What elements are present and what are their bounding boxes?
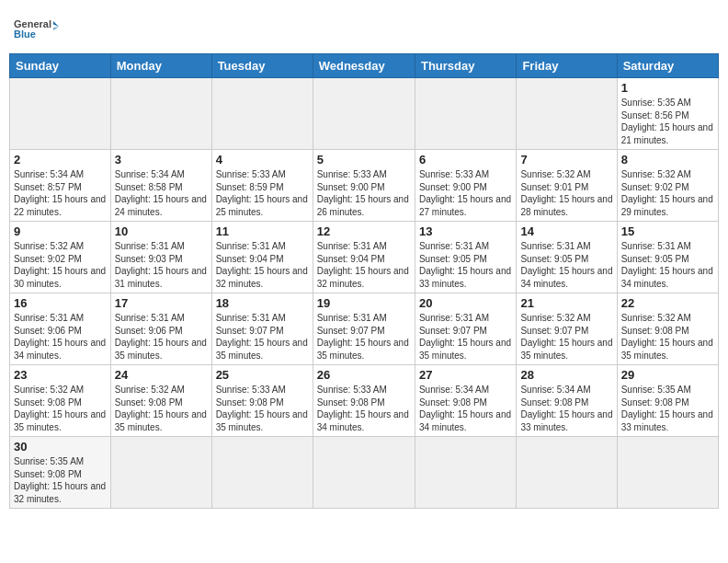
weekday-header: Monday <box>110 54 211 78</box>
day-number: 7 <box>520 153 612 167</box>
calendar-cell: 13Sunrise: 5:31 AM Sunset: 9:05 PM Dayli… <box>415 222 516 293</box>
day-number: 23 <box>14 368 107 382</box>
calendar-cell <box>110 437 211 509</box>
calendar-cell: 28Sunrise: 5:34 AM Sunset: 9:08 PM Dayli… <box>517 365 617 437</box>
calendar-cell: 6Sunrise: 5:33 AM Sunset: 9:00 PM Daylig… <box>415 150 516 222</box>
day-info: Sunrise: 5:35 AM Sunset: 8:56 PM Dayligh… <box>621 97 714 146</box>
day-info: Sunrise: 5:32 AM Sunset: 9:02 PM Dayligh… <box>621 168 714 218</box>
calendar-cell: 29Sunrise: 5:35 AM Sunset: 9:08 PM Dayli… <box>617 365 718 437</box>
calendar-cell <box>517 78 617 150</box>
svg-marker-2 <box>53 21 59 27</box>
day-number: 6 <box>419 153 512 167</box>
day-number: 1 <box>621 81 714 95</box>
day-info: Sunrise: 5:31 AM Sunset: 9:05 PM Dayligh… <box>419 240 512 290</box>
calendar-cell: 18Sunrise: 5:31 AM Sunset: 9:07 PM Dayli… <box>211 293 313 365</box>
calendar-week-row: 30Sunrise: 5:35 AM Sunset: 9:08 PM Dayli… <box>10 437 719 509</box>
day-info: Sunrise: 5:31 AM Sunset: 9:06 PM Dayligh… <box>115 312 208 362</box>
day-number: 17 <box>115 296 208 310</box>
day-number: 21 <box>520 296 612 310</box>
calendar-cell: 10Sunrise: 5:31 AM Sunset: 9:03 PM Dayli… <box>110 222 211 293</box>
day-number: 29 <box>621 368 714 382</box>
logo: General Blue <box>13 13 59 48</box>
day-number: 12 <box>317 224 411 238</box>
day-number: 9 <box>14 224 107 238</box>
day-number: 15 <box>621 224 714 238</box>
day-info: Sunrise: 5:32 AM Sunset: 9:08 PM Dayligh… <box>115 384 208 433</box>
day-info: Sunrise: 5:31 AM Sunset: 9:07 PM Dayligh… <box>419 312 512 362</box>
calendar-cell: 15Sunrise: 5:31 AM Sunset: 9:05 PM Dayli… <box>617 222 718 293</box>
calendar-cell: 25Sunrise: 5:33 AM Sunset: 9:08 PM Dayli… <box>211 365 313 437</box>
day-info: Sunrise: 5:32 AM Sunset: 9:08 PM Dayligh… <box>621 312 714 362</box>
calendar-cell: 1Sunrise: 5:35 AM Sunset: 8:56 PM Daylig… <box>617 78 718 150</box>
calendar-cell <box>415 78 516 150</box>
weekday-header-row: SundayMondayTuesdayWednesdayThursdayFrid… <box>10 54 719 78</box>
day-number: 10 <box>115 224 208 238</box>
calendar-cell: 24Sunrise: 5:32 AM Sunset: 9:08 PM Dayli… <box>110 365 211 437</box>
day-number: 25 <box>216 368 309 382</box>
calendar-cell: 9Sunrise: 5:32 AM Sunset: 9:02 PM Daylig… <box>10 222 111 293</box>
day-info: Sunrise: 5:34 AM Sunset: 9:08 PM Dayligh… <box>419 384 512 433</box>
day-number: 24 <box>115 368 208 382</box>
day-info: Sunrise: 5:32 AM Sunset: 9:07 PM Dayligh… <box>520 312 612 362</box>
day-number: 16 <box>14 296 107 310</box>
calendar-cell: 27Sunrise: 5:34 AM Sunset: 9:08 PM Dayli… <box>415 365 516 437</box>
day-number: 14 <box>520 224 612 238</box>
calendar-cell: 14Sunrise: 5:31 AM Sunset: 9:05 PM Dayli… <box>517 222 617 293</box>
calendar-week-row: 23Sunrise: 5:32 AM Sunset: 9:08 PM Dayli… <box>10 365 719 437</box>
weekday-header: Sunday <box>10 54 111 78</box>
weekday-header: Wednesday <box>313 54 415 78</box>
weekday-header: Friday <box>517 54 617 78</box>
calendar-cell <box>313 78 415 150</box>
weekday-header: Thursday <box>415 54 516 78</box>
calendar-cell: 20Sunrise: 5:31 AM Sunset: 9:07 PM Dayli… <box>415 293 516 365</box>
calendar-cell: 26Sunrise: 5:33 AM Sunset: 9:08 PM Dayli… <box>313 365 415 437</box>
day-info: Sunrise: 5:33 AM Sunset: 9:08 PM Dayligh… <box>317 384 411 433</box>
day-info: Sunrise: 5:33 AM Sunset: 9:00 PM Dayligh… <box>419 168 512 218</box>
day-info: Sunrise: 5:32 AM Sunset: 9:08 PM Dayligh… <box>14 384 107 433</box>
day-number: 20 <box>419 296 512 310</box>
day-number: 4 <box>216 153 309 167</box>
calendar-cell <box>517 437 617 509</box>
calendar-week-row: 9Sunrise: 5:32 AM Sunset: 9:02 PM Daylig… <box>10 222 719 293</box>
day-info: Sunrise: 5:33 AM Sunset: 8:59 PM Dayligh… <box>216 168 309 218</box>
day-number: 26 <box>317 368 411 382</box>
day-number: 3 <box>115 153 208 167</box>
day-info: Sunrise: 5:31 AM Sunset: 9:07 PM Dayligh… <box>317 312 411 362</box>
calendar-cell <box>617 437 718 509</box>
day-info: Sunrise: 5:34 AM Sunset: 8:57 PM Dayligh… <box>14 168 107 218</box>
svg-marker-3 <box>53 27 59 30</box>
calendar-cell: 3Sunrise: 5:34 AM Sunset: 8:58 PM Daylig… <box>110 150 211 222</box>
calendar-cell: 4Sunrise: 5:33 AM Sunset: 8:59 PM Daylig… <box>211 150 313 222</box>
day-number: 28 <box>520 368 612 382</box>
day-info: Sunrise: 5:33 AM Sunset: 9:00 PM Dayligh… <box>317 168 411 218</box>
day-info: Sunrise: 5:34 AM Sunset: 9:08 PM Dayligh… <box>520 384 612 433</box>
day-info: Sunrise: 5:31 AM Sunset: 9:04 PM Dayligh… <box>317 240 411 290</box>
calendar-week-row: 1Sunrise: 5:35 AM Sunset: 8:56 PM Daylig… <box>10 78 719 150</box>
day-info: Sunrise: 5:34 AM Sunset: 8:58 PM Dayligh… <box>115 168 208 218</box>
day-number: 13 <box>419 224 512 238</box>
day-number: 5 <box>317 153 411 167</box>
calendar-cell: 17Sunrise: 5:31 AM Sunset: 9:06 PM Dayli… <box>110 293 211 365</box>
calendar-cell <box>110 78 211 150</box>
day-info: Sunrise: 5:31 AM Sunset: 9:04 PM Dayligh… <box>216 240 309 290</box>
svg-text:General: General <box>14 18 51 29</box>
day-number: 8 <box>621 153 714 167</box>
day-info: Sunrise: 5:35 AM Sunset: 9:08 PM Dayligh… <box>621 384 714 433</box>
weekday-header: Tuesday <box>211 54 313 78</box>
day-number: 27 <box>419 368 512 382</box>
day-number: 22 <box>621 296 714 310</box>
day-info: Sunrise: 5:31 AM Sunset: 9:06 PM Dayligh… <box>14 312 107 362</box>
calendar-cell: 7Sunrise: 5:32 AM Sunset: 9:01 PM Daylig… <box>517 150 617 222</box>
calendar-table: SundayMondayTuesdayWednesdayThursdayFrid… <box>9 53 719 509</box>
calendar-week-row: 2Sunrise: 5:34 AM Sunset: 8:57 PM Daylig… <box>10 150 719 222</box>
calendar-cell <box>10 78 111 150</box>
svg-text:Blue: Blue <box>14 29 36 40</box>
calendar-cell: 19Sunrise: 5:31 AM Sunset: 9:07 PM Dayli… <box>313 293 415 365</box>
calendar-cell: 30Sunrise: 5:35 AM Sunset: 9:08 PM Dayli… <box>10 437 111 509</box>
calendar-cell: 11Sunrise: 5:31 AM Sunset: 9:04 PM Dayli… <box>211 222 313 293</box>
calendar-week-row: 16Sunrise: 5:31 AM Sunset: 9:06 PM Dayli… <box>10 293 719 365</box>
day-number: 30 <box>14 440 107 454</box>
calendar-cell: 5Sunrise: 5:33 AM Sunset: 9:00 PM Daylig… <box>313 150 415 222</box>
day-info: Sunrise: 5:31 AM Sunset: 9:05 PM Dayligh… <box>520 240 612 290</box>
calendar-cell: 23Sunrise: 5:32 AM Sunset: 9:08 PM Dayli… <box>10 365 111 437</box>
